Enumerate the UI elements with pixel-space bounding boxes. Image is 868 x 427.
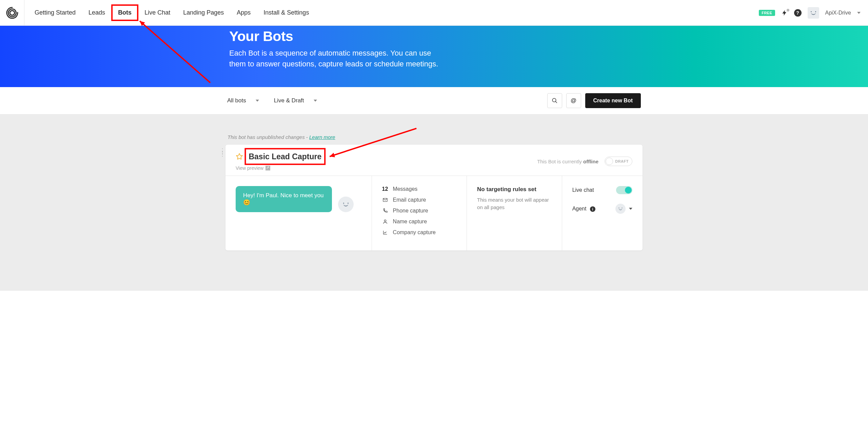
toggle-dot-icon — [625, 187, 632, 194]
nav-bots[interactable]: Bots — [114, 7, 136, 18]
svg-line-1 — [555, 101, 557, 103]
agent-avatar — [615, 204, 626, 214]
bot-title[interactable]: Basic Lead Capture — [249, 152, 321, 161]
stat-name: Name capture — [382, 219, 457, 225]
toggle-knob-icon — [606, 158, 613, 165]
smile-face-icon — [810, 11, 817, 15]
question-icon: ? — [796, 10, 799, 16]
live-chat-setting: Live chat — [572, 186, 632, 194]
phone-icon — [382, 208, 388, 214]
bolt-button[interactable] — [781, 9, 788, 16]
nav-apps[interactable]: Apps — [233, 7, 255, 18]
nav-links: Getting Started Leads Bots Live Chat Lan… — [31, 7, 313, 18]
chevron-down-icon — [629, 208, 632, 210]
person-icon — [382, 219, 388, 225]
search-icon — [552, 98, 558, 104]
smile-face-icon — [342, 202, 349, 207]
unpublished-notice: This bot has unpublished changes - Learn… — [228, 134, 643, 140]
agent-label: Agent — [572, 206, 587, 211]
learn-more-link[interactable]: Learn more — [309, 134, 335, 140]
live-chat-label: Live chat — [572, 187, 594, 193]
notification-dot-icon — [787, 9, 789, 12]
filter-all-bots[interactable]: All bots — [227, 97, 259, 104]
page-subtitle: Each Bot is a sequence of automatic mess… — [229, 48, 446, 69]
targeting-body: This means your bot will appear on all p… — [477, 196, 552, 211]
bot-avatar — [338, 197, 354, 212]
nav-right: FREE ? ApiX-Drive — [759, 7, 868, 19]
nav-live-chat[interactable]: Live Chat — [140, 7, 174, 18]
stat-phone: Phone capture — [382, 208, 457, 214]
draft-toggle-label: DRAFT — [615, 159, 629, 163]
logo[interactable] — [0, 0, 24, 26]
bot-targeting-column: No targeting rules set This means your b… — [467, 176, 562, 250]
bot-stats-column: 12 Messages Email capture Phone captur — [372, 176, 467, 250]
page-title: Your Bots — [229, 26, 639, 44]
bot-settings-column: Live chat Agent i — [562, 176, 643, 250]
svg-point-0 — [552, 98, 556, 102]
top-nav: Getting Started Leads Bots Live Chat Lan… — [0, 0, 868, 26]
bot-preview-column: Hey! I'm Paul. Nice to meet you 😊 — [225, 176, 372, 250]
chevron-down-icon[interactable] — [857, 12, 861, 14]
info-icon[interactable]: i — [590, 206, 595, 212]
help-button[interactable]: ? — [794, 9, 802, 17]
agent-setting: Agent i — [572, 204, 632, 214]
svg-point-3 — [384, 220, 386, 221]
agent-picker[interactable] — [615, 204, 632, 214]
user-name[interactable]: ApiX-Drive — [825, 10, 851, 16]
toolbar: All bots Live & Draft @ Create new Bot — [0, 87, 868, 115]
chart-icon — [382, 229, 388, 236]
nav-install-settings[interactable]: Install & Settings — [259, 7, 313, 18]
chevron-down-icon — [256, 100, 259, 102]
user-avatar[interactable] — [808, 7, 819, 19]
bot-card: ⋮⋮ Basic Lead Capture View preview — [225, 145, 643, 250]
external-link-icon — [265, 166, 270, 170]
nav-landing-pages[interactable]: Landing Pages — [179, 7, 228, 18]
smile-face-icon — [618, 207, 623, 210]
chevron-down-icon — [314, 100, 317, 102]
envelope-icon — [382, 197, 388, 203]
drag-handle-icon[interactable]: ⋮⋮ — [219, 149, 225, 156]
filter-all-bots-label: All bots — [227, 97, 246, 104]
stat-email: Email capture — [382, 197, 457, 203]
at-icon: @ — [571, 97, 576, 104]
filter-live-draft[interactable]: Live & Draft — [274, 97, 317, 104]
view-preview-label: View preview — [236, 165, 263, 171]
logo-swirl-icon — [6, 6, 19, 19]
stat-company: Company capture — [382, 229, 457, 236]
bot-status-text: This Bot is currently offline — [537, 159, 598, 164]
content-area: This bot has unpublished changes - Learn… — [0, 115, 868, 291]
at-button[interactable]: @ — [566, 93, 581, 108]
nav-leads[interactable]: Leads — [84, 7, 109, 18]
draft-toggle[interactable]: DRAFT — [605, 157, 632, 166]
filter-live-draft-label: Live & Draft — [274, 97, 304, 104]
hero-banner: Your Bots Each Bot is a sequence of auto… — [0, 26, 868, 87]
view-preview-link[interactable]: View preview — [236, 165, 537, 171]
targeting-title: No targeting rules set — [477, 186, 552, 193]
live-chat-toggle[interactable] — [616, 186, 632, 194]
stat-messages: 12 Messages — [382, 186, 457, 192]
star-icon[interactable] — [236, 153, 243, 160]
search-button[interactable] — [547, 93, 562, 108]
create-bot-button[interactable]: Create new Bot — [585, 93, 641, 108]
nav-getting-started[interactable]: Getting Started — [31, 7, 80, 18]
bot-message-preview: Hey! I'm Paul. Nice to meet you 😊 — [236, 186, 332, 212]
free-badge[interactable]: FREE — [759, 10, 775, 16]
